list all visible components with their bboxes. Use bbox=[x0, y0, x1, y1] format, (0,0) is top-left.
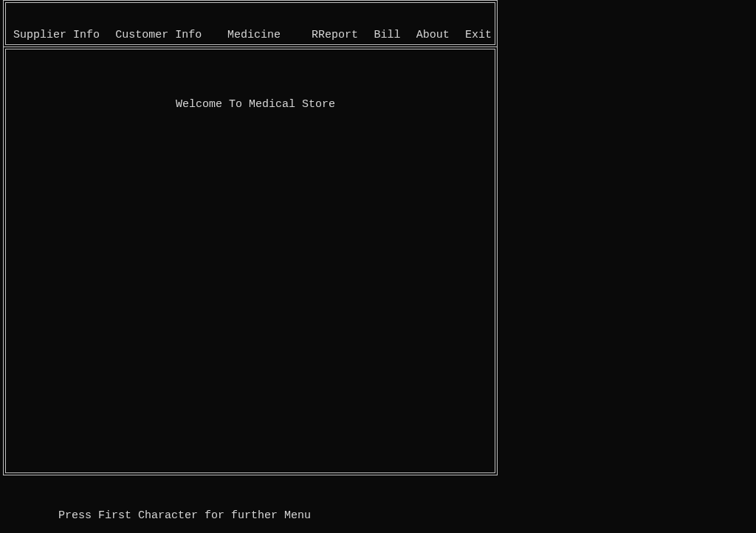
menu-item-exit[interactable]: Exit bbox=[462, 29, 495, 41]
menu-item-bill[interactable]: Bill bbox=[371, 29, 403, 41]
main-content-box: Welcome To Medical Store bbox=[5, 49, 495, 473]
welcome-text: Welcome To Medical Store bbox=[176, 98, 335, 111]
menu-item-medicine[interactable]: Medicine bbox=[224, 29, 284, 41]
menu-item-about[interactable]: About bbox=[413, 29, 453, 41]
menu-item-rreport[interactable]: RReport bbox=[309, 29, 361, 41]
menu-bar: Supplier Info Customer Info Medicine RRe… bbox=[6, 3, 495, 44]
menu-box: Supplier Info Customer Info Medicine RRe… bbox=[5, 2, 495, 45]
menu-item-customer-info[interactable]: Customer Info bbox=[112, 29, 205, 41]
menu-item-supplier-info[interactable]: Supplier Info bbox=[10, 29, 103, 41]
footer-hint: Press First Character for further Menu bbox=[58, 509, 311, 522]
